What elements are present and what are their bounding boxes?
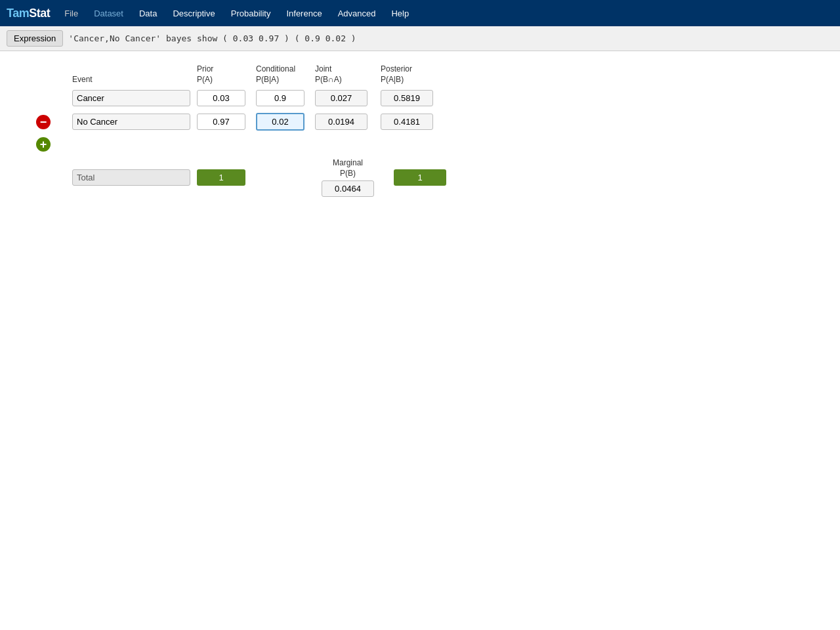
table-row	[72, 90, 820, 106]
header-posterior: PosteriorP(A|B)	[381, 64, 440, 85]
expression-bar: Expression 'Cancer,No Cancer' bayes show…	[0, 26, 840, 51]
posterior-total: 1	[394, 169, 446, 186]
main-content: Event PriorP(A) ConditionalP(B|A) JointP…	[0, 51, 840, 210]
nav-advanced[interactable]: Advanced	[331, 5, 383, 22]
event-input-2[interactable]	[72, 114, 190, 130]
column-headers: Event PriorP(A) ConditionalP(B|A) JointP…	[72, 64, 820, 85]
navbar: TamStat File Dataset Data Descriptive Pr…	[0, 0, 840, 26]
nav-data[interactable]: Data	[133, 5, 163, 22]
total-label	[72, 169, 190, 186]
marginal-label: MarginalP(B)	[333, 158, 363, 178]
posterior-input-2[interactable]	[381, 114, 433, 130]
expression-value: 'Cancer,No Cancer' bayes show ( 0.03 0.9…	[68, 33, 356, 43]
event-input-1[interactable]	[72, 90, 190, 106]
header-joint: JointP(B∩A)	[315, 64, 381, 85]
conditional-input-2[interactable]	[256, 113, 304, 131]
data-rows: − +	[72, 90, 820, 152]
expression-label: Expression	[7, 30, 63, 47]
header-event: Event	[72, 75, 197, 85]
brand-logo: TamStat	[7, 7, 50, 20]
prior-total: 1	[197, 169, 245, 186]
brand-prefix: Tam	[7, 7, 29, 20]
add-row-area: +	[36, 137, 820, 152]
marginal-value[interactable]	[322, 180, 374, 197]
nav-inference[interactable]: Inference	[280, 5, 328, 22]
joint-input-1[interactable]	[315, 90, 368, 106]
joint-input-2[interactable]	[315, 114, 368, 130]
nav-probability[interactable]: Probability	[224, 5, 278, 22]
posterior-input-1[interactable]	[381, 90, 433, 106]
marginal-area: MarginalP(B)	[315, 158, 381, 197]
header-prior: PriorP(A)	[197, 64, 256, 85]
total-row: 1 MarginalP(B) 1	[72, 158, 820, 197]
nav-dataset[interactable]: Dataset	[87, 5, 130, 22]
conditional-input-1[interactable]	[256, 90, 304, 106]
prior-input-1[interactable]	[197, 90, 245, 106]
nav-descriptive[interactable]: Descriptive	[166, 5, 221, 22]
add-row-button[interactable]: +	[36, 137, 51, 152]
brand-suffix: Stat	[29, 7, 50, 20]
prior-input-2[interactable]	[197, 114, 245, 130]
row-action-buttons: −	[36, 115, 72, 129]
header-conditional: ConditionalP(B|A)	[256, 64, 315, 85]
add-row-button-area: +	[36, 137, 72, 152]
remove-row-button[interactable]: −	[36, 115, 51, 129]
table-row: −	[72, 113, 820, 131]
nav-file[interactable]: File	[58, 5, 85, 22]
nav-help[interactable]: Help	[385, 5, 415, 22]
